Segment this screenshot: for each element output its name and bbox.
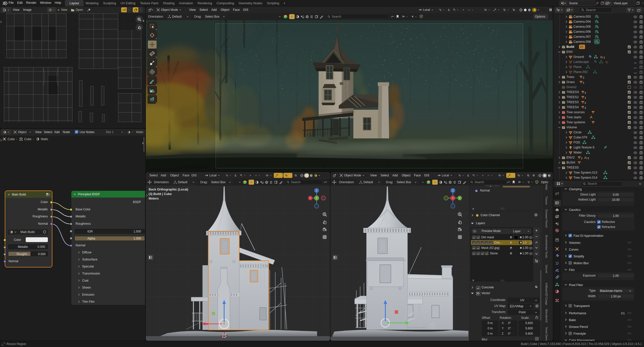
- svg-text:X: X: [452, 197, 454, 200]
- svg-text:Z: Z: [452, 189, 454, 192]
- svg-text:Y: Y: [316, 197, 318, 200]
- svg-text:X: X: [310, 197, 311, 200]
- svg-text:Y: Y: [459, 197, 461, 200]
- svg-text:Z: Z: [316, 189, 317, 192]
